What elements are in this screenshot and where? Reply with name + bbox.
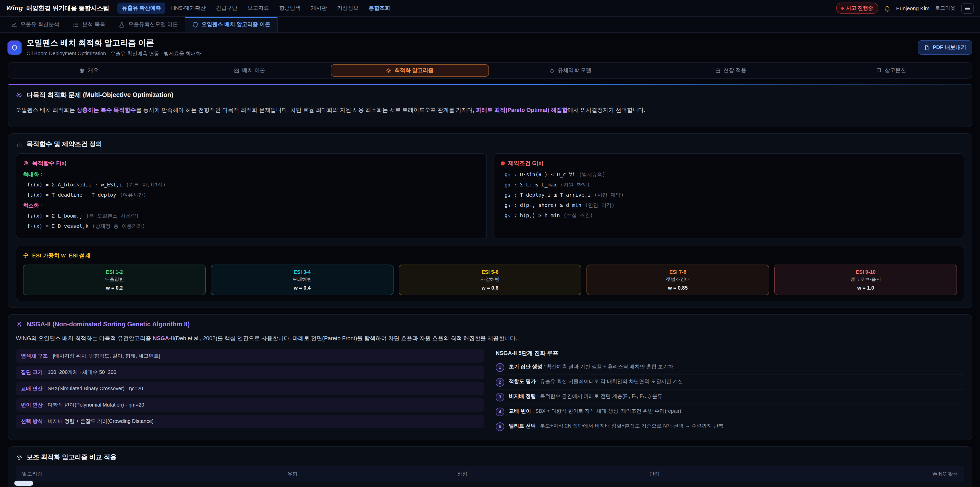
tab-boom-algorithm-theory[interactable]: 오일펜스 배치 알고리즘 이론 [185,17,278,32]
incident-dot-icon [841,7,844,10]
esi-card-1-2: ESI 1-2 노출암반 w = 0.2 [23,265,206,295]
page-shield-badge [8,41,21,54]
nav-item-integrated-search[interactable]: 통합조회 [364,3,395,14]
nav-item-board[interactable]: 게시판 [306,3,331,14]
nsga-paragraph: WING의 오일펜스 배치 최적화는 다목적 유전알고리즘 NSGA-II(De… [16,334,964,344]
layout-icon [234,68,239,73]
bell-icon [884,5,891,11]
nav-item-weather-info[interactable]: 기상정보 [332,3,363,14]
step-desc: 목적함수 공간에서 파레토 전면 계층(F₁, F₂, F₃...) 분류 [540,393,662,399]
target-icon [23,161,29,166]
esi-shore-type: 노출암반 [27,276,202,283]
section-tab-overview[interactable]: 개요 [10,64,168,77]
brand[interactable]: Wing 해양환경 위기대응 통합시스템 [6,4,109,13]
esi-range: ESI 9-10 [778,270,953,275]
formula-comment: (시간 제약) [594,192,624,198]
constraint-panel: 제약조건 G(x) g₁ : U·sin(θᵢ) ≤ U_c ∀i(임계유속) … [493,153,964,239]
formula: f₄(x) = Σ D_vessel,k [27,224,89,229]
page-subtitle: Oil Boom Deployment Optimization · 유출유 확… [27,50,201,57]
step-number-badge: 1 [496,363,504,372]
esi-cards: ESI 1-2 노출암반 w = 0.2 ESI 3-4 모래해변 w = 0.… [23,265,957,295]
loop-step-5: 5 엘리트 선택부모+자식 2N 집단에서 비지배 정렬+혼잡도 기준으로 N개… [496,419,964,433]
section-title: 보조 최적화 알고리즘 비교 적용 [27,453,117,461]
nsga-parameters: 염색체 구조 [배치지점 위치, 방향각도, 길이, 형태, 세그먼트] 집단 … [16,349,484,433]
nav-item-oil-spill-prediction[interactable]: 유출유 확산예측 [118,3,165,14]
step-desc: 유출유 확산 시뮬레이터로 각 배치안의 차단면적·도달시간 계산 [540,378,683,384]
step-lead: 적합도 평가 [509,378,540,384]
objective-panel-header: 목적함수 F(x) [23,160,479,167]
step-desc: SBX + 다항식 변이로 자식 세대 생성. 제약조건 위반 수리(repai… [535,408,681,414]
algorithm-cons: 계산비용 높음수렴 느림 [560,482,749,487]
esi-weight: w = 0.4 [215,285,390,291]
step-text: 적합도 평가유출유 확산 시뮬레이터로 각 배치안의 차단면적·도달시간 계산 [509,377,683,385]
section-tab-field-application[interactable]: 현장 적용 [652,64,810,77]
esi-range: ESI 7-8 [590,270,765,275]
section-tab-references[interactable]: 참고문헌 [812,64,970,77]
formula-line: f₂(x) = T_deadline − T_deploy(여유시간) [27,192,479,199]
step-text: 초기 집단 생성확산예측 결과 기반 샘플 + 휴리스틱 배치안 혼합 초기화 [509,362,673,370]
step-lead: 교배·변이 [509,408,535,414]
globe-icon [79,68,85,73]
pdf-export-button[interactable]: PDF 내보내기 [918,40,972,55]
formula-line: g₄ : d(pⱼ, shore) ≥ d_min(연안 이격) [504,202,957,209]
text-run: 에서 의사결정자가 선택합니다. [568,107,645,113]
step-text: 비지배 정렬목적함수 공간에서 파레토 전면 계층(F₁, F₂, F₃...)… [509,392,662,400]
highlight-conflicting-objectives: 상충하는 복수 목적함수 [76,107,136,113]
constraint-panel-header: 제약조건 G(x) [501,160,957,167]
section-tab-deployment-theory[interactable]: 배치 이론 [170,64,329,77]
step-text: 엘리트 선택부모+자식 2N 집단에서 비지배 정렬+혼잡도 기준으로 N개 선… [509,422,724,430]
formula-comment: (방제정 총 이동거리) [92,224,145,229]
esi-shore-type: 갯벌조간대 [590,276,765,283]
step-lead: 비지배 정렬 [509,393,540,399]
hamburger-menu-button[interactable] [961,3,974,14]
column-header-algorithm: 알고리즘 [16,466,220,482]
formula-panels: 목적함수 F(x) 최대화 : f₁(x) = Σ A_blocked,i · … [16,153,964,239]
incident-status-badge[interactable]: 사고 진행중 [836,3,878,14]
logout-button[interactable]: 로그아웃 [935,5,956,12]
card-title-comparison: 보조 최적화 알고리즘 비교 적용 [16,453,964,461]
flask-icon [119,21,125,28]
loop-step-4: 4 교배·변이SBX + 다항식 변이로 자식 세대 생성. 제약조건 위반 수… [496,404,964,419]
maximize-label: 최대화 : [23,171,479,179]
tab-spill-model-theory[interactable]: 유출유확산모델 이론 [112,17,185,32]
formula: g₄ : d(pⱼ, shore) ≥ d_min [504,203,581,208]
notifications-button[interactable] [884,5,891,11]
esi-card-9-10: ESI 9-10 맹그로브·습지 w = 1.0 [774,265,957,295]
section-tab-hydrodynamics[interactable]: 유체역학 모델 [491,64,649,77]
nav-item-hns-air-dispersion[interactable]: HNS·대기확산 [167,3,210,14]
esi-range: ESI 1-2 [27,270,202,275]
section-tab-label: 최적화 알고리즘 [395,67,434,74]
topbar-right: 사고 진행중 Eunjeong Kim 로그아웃 [836,3,974,14]
text-run: 오일펜스 배치 최적화는 [16,107,76,113]
esi-shore-type: 맹그로브·습지 [778,276,953,283]
horizontal-scrollbar-thumb[interactable] [14,481,33,486]
minimize-label: 최소화 : [23,203,479,210]
section-tab-label: 개요 [88,67,99,74]
nav-item-aerial-search[interactable]: 항공탐색 [275,3,305,14]
step-lead: 초기 집단 생성 [509,363,547,369]
constraint-panel-title: 제약조건 G(x) [508,160,543,167]
esi-card-7-8: ESI 7-8 갯벌조간대 w = 0.85 [587,265,769,295]
card-title-nsga2: NSGA-II (Non-dominated Sorting Genetic A… [16,321,964,328]
formula-comment: (연안 이격) [585,203,614,208]
column-header-type: 유형 [220,466,365,482]
param-label: 변이 연산 [21,401,46,408]
main-content: 다목적 최적화 문제 (Multi-Objective Optimization… [0,84,980,487]
loop-step-3: 3 비지배 정렬목적함수 공간에서 파레토 전면 계층(F₁, F₂, F₃..… [496,390,964,404]
text-run: 를 동시에 만족해야 하는 전형적인 다목적 최적화 문제입니다. 차단 효율 … [136,107,476,113]
nav-item-reports[interactable]: 보고자료 [243,3,274,14]
tab-label: 유출유확산모델 이론 [128,21,178,28]
formula-comment: (자원 한계) [560,182,590,188]
formula-comment: (수심 조건) [563,213,593,218]
gear-icon [386,68,391,73]
param-label: 집단 크기 [21,369,46,376]
tab-analysis-list[interactable]: 분석 목록 [66,17,112,32]
esi-weight: w = 1.0 [778,285,953,291]
param-value: 100~200개체 · 세대수 50~200 [48,369,116,376]
section-title: 다목적 최적화 문제 (Multi-Objective Optimization… [27,91,173,100]
tab-spill-analysis[interactable]: 유출유 확산분석 [4,17,66,32]
wing-usage: 메인 엔진 [749,482,964,487]
nav-item-emergency-rescue[interactable]: 긴급구난 [211,3,242,14]
section-tab-optimization-algorithm[interactable]: 최적화 알고리즘 [331,64,489,77]
loop-title: NSGA-II 5단계 진화 루프 [496,349,964,357]
